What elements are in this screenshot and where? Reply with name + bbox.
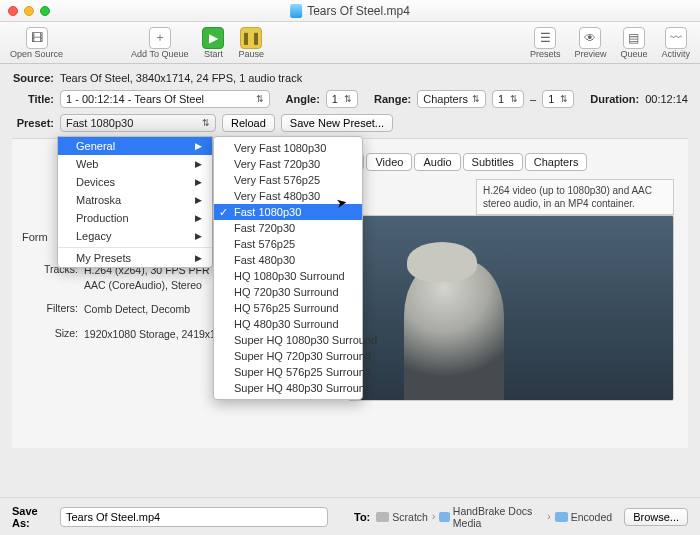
duration-value: 00:12:14 <box>645 93 688 105</box>
preset-description: H.264 video (up to 1080p30) and AAC ster… <box>476 179 674 215</box>
window-titlebar: Tears Of Steel.mp4 <box>0 0 700 22</box>
stack-icon: ▤ <box>623 27 645 49</box>
start-button[interactable]: ▶ Start <box>202 27 224 59</box>
source-label: Source: <box>12 72 54 84</box>
path-segment[interactable]: Scratch <box>376 511 428 523</box>
preset-select[interactable]: Fast 1080p30⇅ <box>60 114 216 132</box>
chevron-updown-icon: ⇅ <box>560 94 568 104</box>
preset-category-general[interactable]: General▶ <box>58 137 212 155</box>
title-select[interactable]: 1 - 00:12:14 - Tears Of Steel⇅ <box>60 90 270 108</box>
range-separator: – <box>530 93 536 105</box>
preset-option[interactable]: Fast 480p30 <box>214 252 362 268</box>
chevron-right-icon: ▶ <box>195 253 202 263</box>
zoom-window-button[interactable] <box>40 6 50 16</box>
title-label: Title: <box>12 93 54 105</box>
chevron-right-icon: ▶ <box>195 177 202 187</box>
preview-button[interactable]: 👁 Preview <box>574 27 606 59</box>
footer: Save As: To: Scratch›HandBrake Docs Medi… <box>0 497 700 535</box>
save-as-label: Save As: <box>12 505 54 529</box>
reload-button[interactable]: Reload <box>222 114 275 132</box>
preset-option[interactable]: HQ 480p30 Surround <box>214 316 362 332</box>
preset-category-web[interactable]: Web▶ <box>58 155 212 173</box>
chevron-right-icon: ▶ <box>195 195 202 205</box>
range-to-select[interactable]: 1⇅ <box>542 90 574 108</box>
angle-select[interactable]: 1⇅ <box>326 90 358 108</box>
eye-icon: 👁 <box>579 27 601 49</box>
range-label: Range: <box>374 93 411 105</box>
preset-option[interactable]: HQ 720p30 Surround <box>214 284 362 300</box>
preset-option[interactable]: HQ 1080p30 Surround <box>214 268 362 284</box>
toolbar: 🎞 Open Source ＋ Add To Queue ▶ Start ❚❚ … <box>0 22 700 64</box>
chevron-right-icon: › <box>547 511 550 522</box>
chevron-updown-icon: ⇅ <box>472 94 480 104</box>
preset-option[interactable]: Super HQ 1080p30 Surround <box>214 332 362 348</box>
presets-button[interactable]: ☰ Presets <box>530 27 561 59</box>
close-window-button[interactable] <box>8 6 18 16</box>
preset-option[interactable]: Very Fast 720p30 <box>214 156 362 172</box>
save-new-preset-button[interactable]: Save New Preset... <box>281 114 393 132</box>
tab-video[interactable]: Video <box>366 153 412 171</box>
path-segment[interactable]: Encoded <box>555 511 612 523</box>
filters-label: Filters: <box>32 302 78 317</box>
tab-chapters[interactable]: Chapters <box>525 153 588 171</box>
chevron-right-icon: ▶ <box>195 159 202 169</box>
source-value: Tears Of Steel, 3840x1714, 24 FPS, 1 aud… <box>60 72 302 84</box>
filters-value: Comb Detect, Decomb <box>84 302 190 317</box>
destination-path: Scratch›HandBrake Docs Media›Encoded <box>376 505 612 529</box>
tab-subtitles[interactable]: Subtitles <box>463 153 523 171</box>
add-to-queue-button[interactable]: ＋ Add To Queue <box>131 27 188 59</box>
chevron-right-icon: › <box>432 511 435 522</box>
chevron-updown-icon: ⇅ <box>344 94 352 104</box>
duration-label: Duration: <box>590 93 639 105</box>
preset-option[interactable]: Super HQ 480p30 Surround <box>214 380 362 396</box>
preset-option[interactable]: Fast 720p30 <box>214 220 362 236</box>
queue-button[interactable]: ▤ Queue <box>620 27 647 59</box>
path-segment[interactable]: HandBrake Docs Media <box>439 505 543 529</box>
window-controls <box>8 6 50 16</box>
preset-option[interactable]: Super HQ 576p25 Surround <box>214 364 362 380</box>
open-source-button[interactable]: 🎞 Open Source <box>10 27 63 59</box>
activity-button[interactable]: 〰 Activity <box>661 27 690 59</box>
chevron-right-icon: ▶ <box>195 231 202 241</box>
preset-categories-menu[interactable]: General▶Web▶Devices▶Matroska▶Production▶… <box>57 136 213 268</box>
chevron-right-icon: ▶ <box>195 141 202 151</box>
play-icon: ▶ <box>202 27 224 49</box>
chevron-updown-icon: ⇅ <box>510 94 518 104</box>
preset-general-submenu[interactable]: Very Fast 1080p30Very Fast 720p30Very Fa… <box>213 136 363 400</box>
plus-icon: ＋ <box>149 27 171 49</box>
preset-category-matroska[interactable]: Matroska▶ <box>58 191 212 209</box>
to-label: To: <box>354 511 370 523</box>
activity-icon: 〰 <box>665 27 687 49</box>
chevron-right-icon: ▶ <box>195 213 202 223</box>
preset-category-legacy[interactable]: Legacy▶ <box>58 227 212 245</box>
preset-category-production[interactable]: Production▶ <box>58 209 212 227</box>
range-type-select[interactable]: Chapters⇅ <box>417 90 486 108</box>
preset-label: Preset: <box>12 117 54 129</box>
tab-audio[interactable]: Audio <box>414 153 460 171</box>
video-preview[interactable] <box>348 215 674 401</box>
preset-option[interactable]: Super HQ 720p30 Surround <box>214 348 362 364</box>
minimize-window-button[interactable] <box>24 6 34 16</box>
browse-button[interactable]: Browse... <box>624 508 688 526</box>
folder-icon <box>439 512 450 522</box>
preset-category-my-presets[interactable]: My Presets▶ <box>58 247 212 267</box>
pause-icon: ❚❚ <box>240 27 262 49</box>
chevron-updown-icon: ⇅ <box>202 118 210 128</box>
sliders-icon: ☰ <box>534 27 556 49</box>
preset-category-devices[interactable]: Devices▶ <box>58 173 212 191</box>
preset-option[interactable]: Very Fast 576p25 <box>214 172 362 188</box>
save-as-input[interactable] <box>60 507 328 527</box>
folder-icon <box>555 512 568 522</box>
range-from-select[interactable]: 1⇅ <box>492 90 524 108</box>
document-icon <box>290 4 302 18</box>
pause-button[interactable]: ❚❚ Pause <box>238 27 264 59</box>
size-label: Size: <box>32 327 78 342</box>
angle-label: Angle: <box>286 93 320 105</box>
window-title: Tears Of Steel.mp4 <box>307 4 410 18</box>
preset-option[interactable]: Very Fast 1080p30 <box>214 140 362 156</box>
film-icon: 🎞 <box>26 27 48 49</box>
folder-icon <box>376 512 389 522</box>
chevron-updown-icon: ⇅ <box>256 94 264 104</box>
preset-option[interactable]: HQ 576p25 Surround <box>214 300 362 316</box>
preset-option[interactable]: Fast 576p25 <box>214 236 362 252</box>
